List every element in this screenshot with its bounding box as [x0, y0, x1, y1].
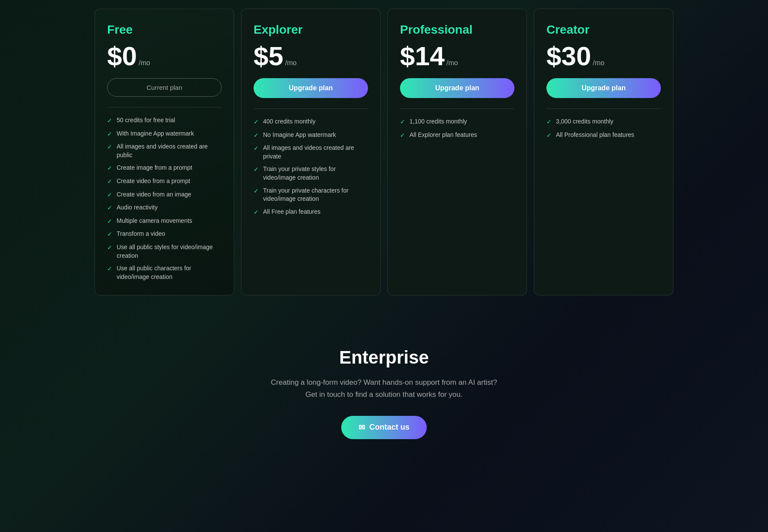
list-item: ✓Create video from a prompt	[107, 177, 222, 186]
feature-text: No Imagine App watermark	[263, 131, 336, 139]
plan-price-explorer: $5/mo	[254, 43, 368, 70]
check-icon: ✓	[107, 177, 112, 186]
plan-card-professional: Professional$14/moUpgrade plan✓1,100 cre…	[387, 9, 527, 295]
list-item: ✓Train your private characters for video…	[254, 187, 368, 203]
check-icon: ✓	[107, 230, 112, 239]
check-icon: ✓	[107, 164, 112, 173]
feature-text: With Imagine App watermark	[117, 130, 194, 138]
list-item: ✓Transform a video	[107, 230, 222, 239]
check-icon: ✓	[546, 131, 552, 140]
check-icon: ✓	[254, 144, 259, 153]
plan-price-free: $0/mo	[107, 43, 222, 70]
list-item: ✓Use all public styles for video/image c…	[107, 243, 222, 260]
price-period-explorer: /mo	[285, 59, 297, 67]
divider-professional	[400, 108, 514, 109]
list-item: ✓3,000 credits monthly	[546, 117, 661, 127]
plan-name-professional: Professional	[400, 23, 514, 37]
price-amount-professional: $14	[400, 43, 444, 70]
upgrade-button-creator[interactable]: Upgrade plan	[546, 78, 661, 98]
list-item: ✓400 credits monthly	[254, 117, 368, 127]
divider-free	[107, 107, 222, 108]
check-icon: ✓	[254, 187, 259, 196]
list-item: ✓All Professional plan features	[546, 131, 661, 140]
price-amount-explorer: $5	[254, 43, 283, 70]
envelope-icon: ✉	[359, 423, 365, 432]
check-icon: ✓	[107, 217, 112, 226]
feature-text: Multiple camera movements	[117, 217, 192, 225]
feature-list-explorer: ✓400 credits monthly✓No Imagine App wate…	[254, 117, 368, 216]
feature-list-creator: ✓3,000 credits monthly✓All Professional …	[546, 117, 661, 139]
list-item: ✓50 credits for free trial	[107, 116, 222, 125]
list-item: ✓Multiple camera movements	[107, 217, 222, 226]
list-item: ✓All images and videos created are priva…	[254, 144, 368, 161]
feature-text: All Explorer plan features	[409, 131, 477, 139]
feature-list-professional: ✓1,100 credits monthly✓All Explorer plan…	[400, 117, 514, 139]
list-item: ✓All Explorer plan features	[400, 131, 514, 140]
check-icon: ✓	[400, 131, 405, 140]
check-icon: ✓	[254, 131, 259, 140]
upgrade-button-explorer[interactable]: Upgrade plan	[254, 78, 368, 98]
check-icon: ✓	[107, 191, 112, 200]
plan-card-explorer: Explorer$5/moUpgrade plan✓400 credits mo…	[241, 9, 381, 295]
list-item: ✓1,100 credits monthly	[400, 117, 514, 127]
feature-text: All images and videos created are privat…	[263, 144, 368, 161]
price-amount-creator: $30	[546, 43, 591, 70]
price-period-free: /mo	[139, 59, 150, 67]
feature-text: Use all public characters for video/imag…	[117, 264, 222, 281]
list-item: ✓Create image from a prompt	[107, 164, 222, 173]
check-icon: ✓	[546, 118, 552, 127]
plan-card-creator: Creator$30/moUpgrade plan✓3,000 credits …	[534, 9, 673, 295]
plan-name-creator: Creator	[546, 23, 661, 37]
current-plan-button-free: Current plan	[107, 78, 222, 97]
check-icon: ✓	[107, 130, 112, 139]
check-icon: ✓	[254, 208, 259, 217]
pricing-grid: Free$0/moCurrent plan✓50 credits for fre…	[95, 9, 673, 295]
plan-price-creator: $30/mo	[546, 43, 661, 70]
feature-text: Train your private styles for video/imag…	[263, 165, 368, 182]
feature-text: All Free plan features	[263, 208, 321, 216]
feature-text: All images and videos created are public	[117, 142, 222, 159]
divider-creator	[546, 108, 661, 109]
enterprise-title: Enterprise	[241, 347, 527, 368]
feature-text: Audio reactivity	[117, 203, 158, 212]
list-item: ✓Audio reactivity	[107, 203, 222, 212]
contact-us-button[interactable]: ✉ Contact us	[341, 416, 427, 439]
check-icon: ✓	[254, 118, 259, 127]
check-icon: ✓	[107, 265, 112, 273]
feature-text: Use all public styles for video/image cr…	[117, 243, 222, 260]
list-item: ✓All images and videos created are publi…	[107, 142, 222, 159]
check-icon: ✓	[107, 143, 112, 152]
check-icon: ✓	[254, 165, 259, 174]
check-icon: ✓	[107, 244, 112, 252]
contact-us-label: Contact us	[369, 423, 409, 432]
divider-explorer	[254, 108, 368, 109]
feature-text: Transform a video	[117, 230, 165, 238]
price-period-professional: /mo	[446, 59, 458, 67]
plan-card-free: Free$0/moCurrent plan✓50 credits for fre…	[95, 9, 234, 295]
feature-text: All Professional plan features	[556, 131, 634, 139]
check-icon: ✓	[107, 204, 112, 212]
list-item: ✓No Imagine App watermark	[254, 131, 368, 140]
feature-text: Create image from a prompt	[117, 164, 192, 172]
feature-text: 3,000 credits monthly	[556, 117, 613, 126]
enterprise-section: Enterprise Creating a long-form video? W…	[233, 321, 535, 456]
list-item: ✓Train your private styles for video/ima…	[254, 165, 368, 182]
plan-name-explorer: Explorer	[254, 23, 368, 37]
check-icon: ✓	[400, 118, 405, 127]
list-item: ✓All Free plan features	[254, 208, 368, 217]
feature-text: 1,100 credits monthly	[409, 117, 467, 126]
feature-text: Create video from a prompt	[117, 177, 190, 186]
price-amount-free: $0	[107, 43, 137, 70]
list-item: ✓With Imagine App watermark	[107, 130, 222, 139]
enterprise-description: Creating a long-form video? Want hands-o…	[241, 377, 527, 400]
feature-text: 400 credits monthly	[263, 117, 315, 126]
upgrade-button-professional[interactable]: Upgrade plan	[400, 78, 514, 98]
feature-text: Train your private characters for video/…	[263, 187, 368, 203]
list-item: ✓Create video from an image	[107, 190, 222, 200]
feature-list-free: ✓50 credits for free trial✓With Imagine …	[107, 116, 222, 281]
check-icon: ✓	[107, 117, 112, 125]
plan-name-free: Free	[107, 23, 222, 37]
feature-text: 50 credits for free trial	[117, 116, 175, 125]
feature-text: Create video from an image	[117, 190, 191, 199]
plan-price-professional: $14/mo	[400, 43, 514, 70]
